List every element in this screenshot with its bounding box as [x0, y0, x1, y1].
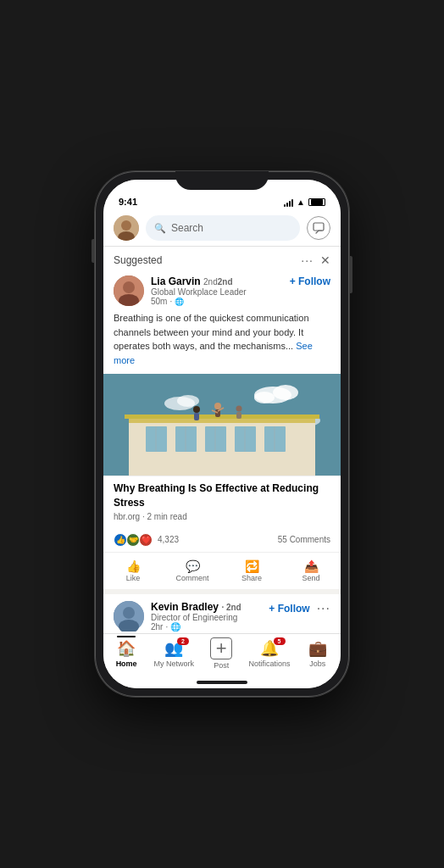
svg-point-12 — [177, 395, 199, 407]
svg-point-29 — [214, 403, 221, 409]
reactions-row: 👍 🤝 ❤️ 4,323 55 Comments — [103, 528, 341, 552]
share-button[interactable]: 🔁 Share — [222, 556, 281, 586]
post1-title: Global Workplace Leader — [151, 287, 283, 297]
post-icon: + — [210, 637, 232, 659]
svg-rect-34 — [236, 412, 241, 419]
like-reaction: 👍 — [114, 533, 127, 547]
signal-icon — [284, 198, 293, 207]
post1-author[interactable]: Lia Garvin 2nd2nd — [151, 275, 283, 287]
svg-rect-3 — [314, 223, 324, 231]
close-button[interactable]: ✕ — [320, 253, 330, 267]
comment-label: Comment — [175, 574, 208, 582]
user-avatar[interactable] — [114, 215, 139, 241]
search-placeholder: Search — [171, 222, 203, 234]
notifications-badge: 5 — [274, 637, 286, 645]
svg-point-1 — [121, 220, 131, 231]
messages-icon[interactable] — [307, 216, 330, 240]
search-bar[interactable]: 🔍 Search — [146, 215, 300, 241]
like-button[interactable]: 👍 Like — [103, 556, 163, 586]
love-reaction: ❤️ — [139, 533, 153, 547]
svg-rect-28 — [194, 413, 199, 420]
post1-degree: 2nd — [203, 277, 218, 287]
post-card-1: Suggested ··· ✕ — [103, 247, 341, 589]
post2-globe-icon: 🌐 — [170, 622, 180, 632]
svg-point-27 — [193, 406, 200, 413]
article-info[interactable]: Why Breathing Is So Effective at Reducin… — [103, 476, 341, 528]
post1-avatar[interactable] — [114, 275, 144, 306]
bottom-nav: 🏠 Home 2 👥 My Network + Post 5 🔔 Notific… — [103, 633, 341, 676]
post2-meta: Kevin Bradley · 2nd Director of Engineer… — [151, 601, 262, 632]
phone-frame: 9:41 ▲ — [95, 171, 349, 697]
post1-follow-button[interactable]: + Follow — [290, 275, 330, 287]
nav-home[interactable]: 🏠 Home — [108, 639, 145, 668]
nav-jobs[interactable]: 💼 Jobs — [299, 639, 336, 668]
article-title: Why Breathing Is So Effective at Reducin… — [114, 481, 330, 510]
wifi-icon: ▲ — [297, 198, 305, 207]
svg-point-10 — [254, 392, 275, 403]
share-label: Share — [241, 574, 262, 582]
home-indicator — [197, 681, 247, 684]
post1-body: Breathing is one of the quickest communi… — [103, 311, 341, 374]
like-icon: 👍 — [126, 559, 141, 573]
post2-avatar[interactable] — [114, 601, 144, 632]
jobs-icon: 💼 — [308, 639, 327, 658]
svg-rect-26 — [125, 415, 319, 419]
svg-point-9 — [273, 385, 298, 400]
status-icons: ▲ — [284, 198, 325, 207]
article-image[interactable] — [103, 374, 341, 476]
search-icon: 🔍 — [154, 223, 166, 234]
svg-rect-19 — [235, 426, 256, 452]
heart-reaction: 🤝 — [126, 533, 140, 547]
reaction-icons: 👍 🤝 ❤️ 4,323 — [114, 533, 179, 547]
nav-network-label: My Network — [153, 659, 194, 668]
status-time: 9:41 — [119, 197, 137, 207]
nav-jobs-label: Jobs — [309, 659, 325, 668]
svg-rect-17 — [175, 426, 197, 452]
post2-title: Director of Engineering — [151, 613, 262, 622]
network-badge: 2 — [177, 637, 189, 645]
home-icon: 🏠 — [117, 639, 136, 658]
nav-notifications-label: Notifications — [249, 659, 291, 668]
post2-follow-button[interactable]: + Follow — [269, 603, 309, 615]
send-button[interactable]: 📤 Send — [281, 556, 341, 586]
feed[interactable]: Suggested ··· ✕ — [103, 247, 341, 633]
phone-screen: 9:41 ▲ — [103, 180, 341, 688]
post-card-2: Kevin Bradley · 2nd Director of Engineer… — [103, 594, 341, 633]
send-icon: 📤 — [304, 559, 319, 573]
svg-rect-16 — [146, 426, 167, 452]
post2-more-button[interactable]: ··· — [317, 601, 330, 616]
nav-notifications[interactable]: 5 🔔 Notifications — [249, 639, 291, 668]
post2-time: 2hr · 🌐 — [151, 622, 262, 632]
svg-point-5 — [123, 281, 135, 293]
like-label: Like — [126, 574, 141, 582]
nav-network[interactable]: 2 👥 My Network — [153, 639, 194, 668]
send-label: Send — [302, 574, 319, 582]
suggested-label: Suggested — [114, 254, 162, 266]
reaction-count: 4,323 — [158, 535, 179, 544]
post1-meta: Lia Garvin 2nd2nd Global Workplace Leade… — [151, 275, 283, 306]
nav-post-label: Post — [214, 661, 229, 670]
svg-point-36 — [123, 607, 135, 619]
post1-time: 50m · 🌐 — [151, 297, 283, 306]
share-icon: 🔁 — [245, 559, 259, 573]
suggested-actions: ··· ✕ — [301, 253, 330, 267]
post2-header: Kevin Bradley · 2nd Director of Engineer… — [103, 594, 341, 633]
svg-rect-20 — [264, 426, 286, 452]
action-bar: 👍 Like 💬 Comment 🔁 Share 📤 Send — [103, 552, 341, 589]
comment-button[interactable]: 💬 Comment — [163, 556, 222, 586]
time-separator: · — [169, 297, 172, 306]
svg-point-33 — [236, 406, 242, 412]
nav-home-label: Home — [116, 659, 137, 668]
comment-icon: 💬 — [186, 559, 200, 573]
home-bar — [103, 676, 341, 688]
more-options-button[interactable]: ··· — [301, 253, 314, 267]
post1-header: Lia Garvin 2nd2nd Global Workplace Leade… — [103, 270, 341, 311]
suggested-header: Suggested ··· ✕ — [103, 247, 341, 270]
post2-follow-area: + Follow ··· — [269, 601, 330, 616]
notch — [175, 171, 269, 190]
svg-rect-18 — [205, 426, 226, 452]
nav-post[interactable]: + Post — [203, 637, 240, 670]
app-header: 🔍 Search — [103, 210, 341, 247]
article-source: hbr.org · 2 min read — [114, 512, 330, 521]
post2-author[interactable]: Kevin Bradley · 2nd — [151, 601, 262, 613]
